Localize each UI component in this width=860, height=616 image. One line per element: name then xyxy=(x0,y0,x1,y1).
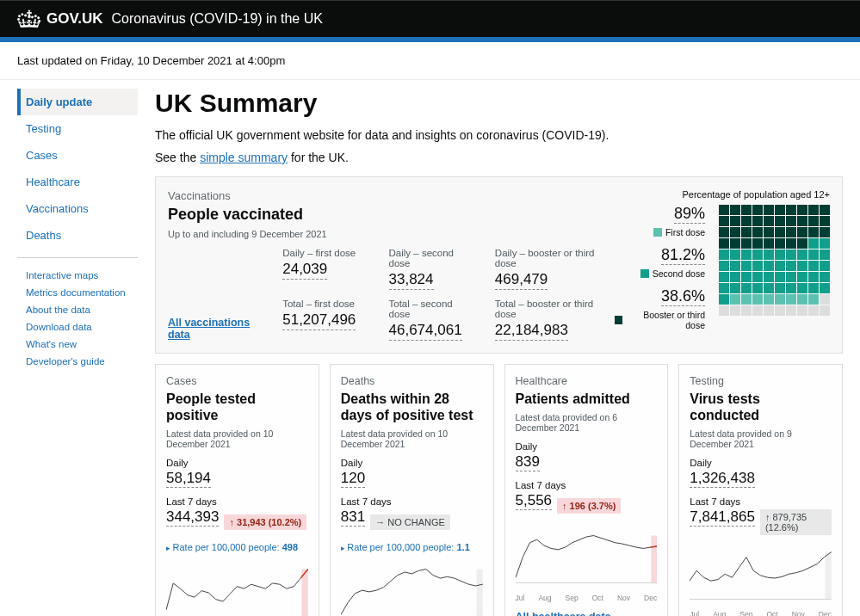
last7-value: 344,393 xyxy=(166,508,219,527)
card-date: Latest data provided on 6 December 2021 xyxy=(516,412,658,433)
daily-value: 58,194 xyxy=(166,470,211,488)
main: UK Summary The official UK government we… xyxy=(155,89,843,616)
sidebar-link-download-data[interactable]: Download data xyxy=(17,318,138,336)
last7-value: 7,841,865 xyxy=(690,508,755,527)
daily-value: 1,326,438 xyxy=(690,470,755,488)
metric-label: Total – second dose xyxy=(389,299,474,319)
nav-item-deaths[interactable]: Deaths xyxy=(17,222,138,249)
sidebar-link-metrics-documentation[interactable]: Metrics documentation xyxy=(17,284,138,301)
nav-item-daily-update[interactable]: Daily update xyxy=(17,89,138,115)
sidebar-link-interactive-maps[interactable]: Interactive maps xyxy=(17,267,138,284)
card-heading: Deaths within 28 days of positive test xyxy=(341,391,483,423)
vacc-label: Vaccinations xyxy=(168,189,597,202)
pct-label: First dose xyxy=(665,227,705,237)
pct-value: 89% xyxy=(674,205,705,224)
rate-link[interactable]: Rate per 100,000 people: 498 xyxy=(166,542,308,552)
legend-square xyxy=(653,228,662,237)
card-heading: Virus tests conducted xyxy=(690,391,832,423)
pct-label: Second dose xyxy=(653,268,705,279)
metric-label: Daily – second dose xyxy=(389,248,474,268)
metric-label: Total – booster or third dose xyxy=(495,299,597,319)
simple-summary-link[interactable]: simple summary xyxy=(200,151,288,164)
card-date: Latest data provided on 10 December 2021 xyxy=(166,428,308,449)
sidebar-link-developer-s-guide[interactable]: Developer's guide xyxy=(17,353,138,370)
card-testing: TestingVirus tests conductedLatest data … xyxy=(678,364,843,616)
metric-value: 46,674,061 xyxy=(389,322,462,341)
nav-divider xyxy=(17,257,138,258)
card-heading: People tested positive xyxy=(166,391,308,423)
vacc-heading: People vaccinated xyxy=(168,206,597,224)
sparkline-chart xyxy=(166,563,308,616)
pct-title: Percentage of population aged 12+ xyxy=(615,189,830,200)
daily-label: Daily xyxy=(516,441,658,452)
daily-value: 120 xyxy=(341,470,365,488)
page-intro: The official UK government website for d… xyxy=(155,128,843,142)
daily-label: Daily xyxy=(166,458,308,468)
vacc-date: Up to and including 9 December 2021 xyxy=(168,229,597,239)
svg-rect-4 xyxy=(651,536,657,583)
last7-label: Last 7 days xyxy=(341,496,483,507)
card-label: Testing xyxy=(690,375,832,387)
card-label: Healthcare xyxy=(516,375,658,387)
sparkline-chart xyxy=(516,529,658,589)
header-govuk: GOV.UK xyxy=(46,10,103,28)
header: GOV.UK Coronavirus (COVID-19) in the UK xyxy=(0,0,860,37)
sparkline-chart xyxy=(690,545,832,606)
card-healthcare: HealthcarePatients admittedLatest data p… xyxy=(504,364,669,616)
card-heading: Patients admitted xyxy=(516,391,658,407)
card-date: Latest data provided on 10 December 2021 xyxy=(341,428,483,449)
vacc-percentage: Percentage of population aged 12+ 89%Fir… xyxy=(615,189,830,341)
metric-value: 24,039 xyxy=(282,261,327,280)
sparkline-chart xyxy=(341,563,483,616)
page-title: UK Summary xyxy=(155,89,843,118)
rate-link[interactable]: Rate per 100,000 people: 1.1 xyxy=(341,542,483,552)
nav-item-healthcare[interactable]: Healthcare xyxy=(17,169,138,195)
daily-value: 839 xyxy=(516,453,540,471)
pct-label: Booster or third dose xyxy=(626,310,705,330)
last7-label: Last 7 days xyxy=(166,496,308,507)
change-badge: ↑ 31,943 (10.2%) xyxy=(224,514,306,530)
change-badge: ↑ 196 (3.7%) xyxy=(557,498,621,514)
waffle-chart xyxy=(719,205,830,316)
last7-value: 831 xyxy=(341,508,365,527)
metric-value: 33,824 xyxy=(389,271,434,290)
metric-label: Daily – booster or third dose xyxy=(495,248,597,268)
last7-value: 5,556 xyxy=(516,492,553,510)
change-badge: ↑ 879,735 (12.6%) xyxy=(760,509,832,535)
pct-value: 81.2% xyxy=(661,246,705,265)
metric-value: 51,207,496 xyxy=(282,311,356,330)
nav-item-vaccinations[interactable]: Vaccinations xyxy=(17,195,138,222)
card-label: Cases xyxy=(166,375,308,387)
nav-item-testing[interactable]: Testing xyxy=(17,115,138,142)
metric-value: 469,479 xyxy=(495,271,548,290)
card-label: Deaths xyxy=(341,375,483,387)
metric-label: Total – first dose xyxy=(282,299,368,309)
change-badge: → NO CHANGE xyxy=(370,514,450,530)
card-date: Latest data provided on 9 December 2021 xyxy=(690,428,832,449)
svg-rect-6 xyxy=(826,552,832,600)
last7-label: Last 7 days xyxy=(516,480,658,490)
all-vaccinations-link[interactable]: All vaccinations data xyxy=(168,317,262,341)
svg-rect-2 xyxy=(476,570,482,616)
sidebar-link-about-the-data[interactable]: About the data xyxy=(17,301,138,318)
sidebar-link-what-s-new[interactable]: What's new xyxy=(17,336,138,353)
pct-value: 38.6% xyxy=(661,287,705,306)
header-title: Coronavirus (COVID-19) in the UK xyxy=(112,11,323,27)
nav-item-cases[interactable]: Cases xyxy=(17,142,138,169)
see-summary: See the simple summary for the UK. xyxy=(155,151,843,164)
metric-label: Daily – first dose xyxy=(282,248,368,258)
all-healthcare-link[interactable]: All healthcare data xyxy=(516,611,611,616)
card-cases: CasesPeople tested positiveLatest data p… xyxy=(155,364,319,616)
vaccinations-panel: Vaccinations People vaccinated Up to and… xyxy=(155,176,843,354)
daily-label: Daily xyxy=(341,458,483,468)
last-updated: Last updated on Friday, 10 December 2021… xyxy=(0,42,860,80)
legend-square xyxy=(615,316,622,324)
metric-value: 22,184,983 xyxy=(495,322,568,341)
daily-label: Daily xyxy=(690,458,832,468)
crown-icon xyxy=(17,9,41,28)
card-deaths: DeathsDeaths within 28 days of positive … xyxy=(330,364,494,616)
legend-square xyxy=(640,269,649,278)
sidebar: Daily updateTestingCasesHealthcareVaccin… xyxy=(17,89,138,616)
last7-label: Last 7 days xyxy=(690,496,832,507)
